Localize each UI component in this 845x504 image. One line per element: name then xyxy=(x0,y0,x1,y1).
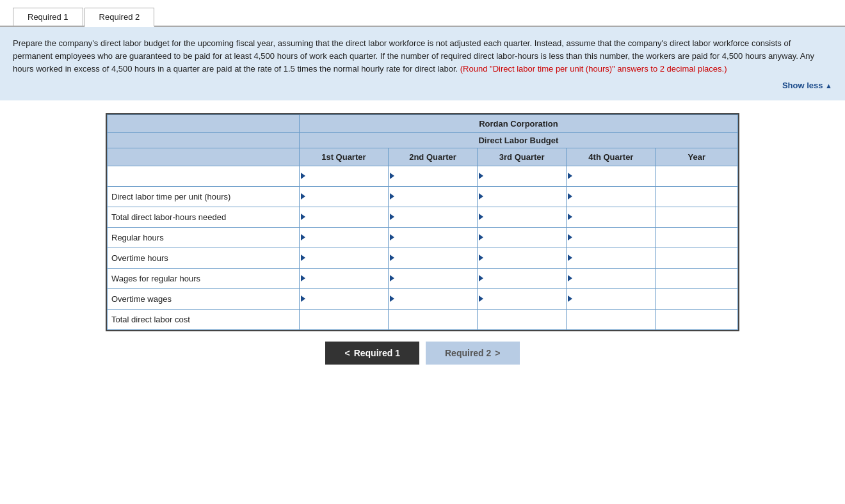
table-title-cell: Direct Labor Budget xyxy=(299,132,737,148)
row-2-q2-input[interactable] xyxy=(396,211,476,223)
row-7-label: Total direct labor cost xyxy=(108,309,300,329)
row-7-q1-input[interactable] xyxy=(301,313,387,326)
row-3-q4-input[interactable] xyxy=(574,232,654,244)
row-3-q3-input[interactable] xyxy=(485,232,565,244)
required2-button-label: Required 2 xyxy=(445,348,491,358)
row-4-q1 xyxy=(299,248,388,268)
table-row-6: Overtime wages xyxy=(108,288,738,309)
row-5-q4 xyxy=(567,268,656,288)
row-3-year xyxy=(656,227,738,248)
row-3-q1 xyxy=(299,227,388,248)
triangle-indicator xyxy=(479,234,483,240)
row-3-q3 xyxy=(478,227,567,248)
row-2-q3-input[interactable] xyxy=(485,211,565,223)
row-6-q3 xyxy=(478,288,567,309)
show-less-button[interactable]: Show less ▲ xyxy=(13,79,832,92)
tab-required1[interactable]: Required 1 xyxy=(13,8,83,26)
row-3-label: Regular hours xyxy=(108,227,300,248)
triangle-indicator xyxy=(479,214,483,220)
row-3-q2 xyxy=(388,227,477,248)
row-4-q2-input[interactable] xyxy=(396,252,476,264)
row-5-q1-input[interactable] xyxy=(307,272,387,285)
triangle-indicator xyxy=(568,214,572,220)
prev-icon: < xyxy=(344,348,350,358)
row-3-q4 xyxy=(567,227,656,248)
triangle-indicator xyxy=(568,255,572,261)
row-7-q2 xyxy=(388,309,477,329)
table-row-5: Wages for regular hours xyxy=(108,268,738,288)
triangle-indicator xyxy=(301,193,305,200)
col-header-q2: 2nd Quarter xyxy=(388,148,477,166)
row-0-q2-input[interactable] xyxy=(396,170,476,182)
row-5-q2-input[interactable] xyxy=(396,272,476,285)
prev-required1-button[interactable]: < Required 1 xyxy=(325,342,419,365)
triangle-indicator xyxy=(479,255,483,261)
row-1-q2-input[interactable] xyxy=(396,191,476,203)
row-7-q2-input[interactable] xyxy=(390,313,476,326)
row-6-q4-input[interactable] xyxy=(574,293,654,305)
row-3-year-input[interactable] xyxy=(657,232,736,244)
row-5-q3-input[interactable] xyxy=(485,272,565,285)
row-1-year xyxy=(656,186,738,207)
row-5-year-input[interactable] xyxy=(657,272,736,285)
row-0-q3-input[interactable] xyxy=(485,170,565,182)
row-1-q1-input[interactable] xyxy=(307,191,387,203)
row-7-year-input[interactable] xyxy=(657,313,736,326)
row-0-q4-input[interactable] xyxy=(574,170,654,182)
row-6-year-input[interactable] xyxy=(657,293,736,305)
row-1-q3 xyxy=(478,186,567,207)
row-4-q3-input[interactable] xyxy=(485,252,565,264)
row-4-year-input[interactable] xyxy=(657,252,736,264)
row-5-q4-input[interactable] xyxy=(574,272,654,285)
triangle-indicator xyxy=(568,193,572,200)
row-2-year xyxy=(656,207,738,227)
triangle-indicator xyxy=(568,275,572,281)
triangle-indicator xyxy=(479,173,483,179)
tab-required2[interactable]: Required 2 xyxy=(84,8,155,27)
row-4-q1-input[interactable] xyxy=(307,252,387,264)
show-less-arrow-icon: ▲ xyxy=(825,82,832,90)
row-7-q3-input[interactable] xyxy=(479,313,565,326)
row-7-q3 xyxy=(478,309,567,329)
next-required2-button[interactable]: Required 2 > xyxy=(426,342,520,365)
row-6-q4 xyxy=(567,288,656,309)
row-0-q1-input[interactable] xyxy=(307,170,387,182)
row-1-year-input[interactable] xyxy=(657,191,736,203)
row-4-year xyxy=(656,248,738,268)
row-5-q1 xyxy=(299,268,388,288)
triangle-indicator xyxy=(390,234,394,240)
triangle-indicator xyxy=(479,275,483,281)
triangle-indicator xyxy=(301,234,305,240)
row-4-q4-input[interactable] xyxy=(574,252,654,264)
row-0-label xyxy=(108,166,300,186)
table-row-7: Total direct labor cost xyxy=(108,309,738,329)
triangle-indicator xyxy=(390,275,394,281)
triangle-indicator xyxy=(390,173,394,179)
row-2-year-input[interactable] xyxy=(657,211,736,223)
row-3-q2-input[interactable] xyxy=(396,232,476,244)
row-6-q2-input[interactable] xyxy=(396,293,476,305)
triangle-indicator xyxy=(301,255,305,261)
row-2-q1-input[interactable] xyxy=(307,211,387,223)
triangle-indicator xyxy=(568,234,572,240)
row-2-q2 xyxy=(388,207,477,227)
next-icon: > xyxy=(495,348,500,358)
row-6-q1-input[interactable] xyxy=(307,293,387,305)
table-row-1: Direct labor time per unit (hours) xyxy=(108,186,738,207)
table-title-row: Direct Labor Budget xyxy=(108,132,738,148)
row-0-year-input[interactable] xyxy=(657,170,736,182)
triangle-indicator xyxy=(390,295,394,302)
triangle-indicator xyxy=(390,255,394,261)
row-2-q1 xyxy=(299,207,388,227)
table-row-4: Overtime hours xyxy=(108,248,738,268)
row-3-q1-input[interactable] xyxy=(307,232,387,244)
row-6-q3-input[interactable] xyxy=(485,293,565,305)
row-1-q4-input[interactable] xyxy=(574,191,654,203)
row-2-q4-input[interactable] xyxy=(574,211,654,223)
row-0-q3 xyxy=(478,166,567,186)
company-name-row: Rordan Corporation xyxy=(108,114,738,132)
row-1-q3-input[interactable] xyxy=(485,191,565,203)
row-7-q4-input[interactable] xyxy=(568,313,654,326)
required1-button-label: Required 1 xyxy=(354,348,400,358)
row-4-label: Overtime hours xyxy=(108,248,300,268)
